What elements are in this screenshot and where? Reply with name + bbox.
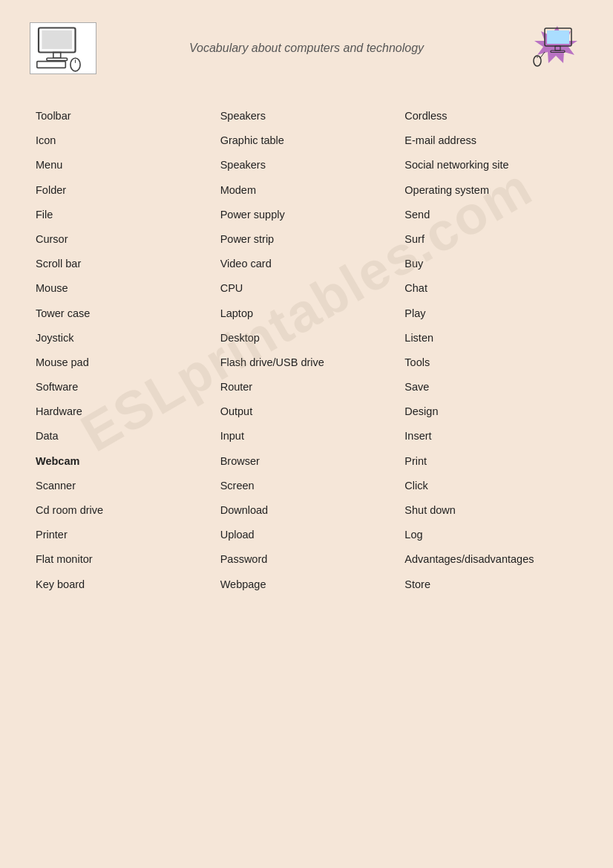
list-item: Insert [399, 424, 583, 448]
list-item: Input [214, 424, 399, 448]
list-item: Router [214, 375, 399, 399]
list-item: Mouse [30, 276, 214, 301]
list-item: Desktop [214, 326, 399, 350]
page-wrapper: ESLprintables.com Vocabulary about compu… [30, 22, 583, 597]
list-item: Folder [30, 178, 214, 203]
list-item: Send [399, 203, 583, 227]
list-item: Store [399, 572, 583, 597]
computer-right-svg [517, 22, 583, 74]
list-item: Tools [399, 350, 583, 375]
list-item: Upload [214, 523, 399, 547]
list-item: Laptop [214, 301, 399, 326]
list-item: CPU [214, 276, 399, 301]
list-item: Save [399, 375, 583, 399]
column-2: SpeakersGraphic tableSpeakersModemPower … [214, 104, 399, 597]
list-item: Screen [214, 474, 399, 498]
list-item: Flash drive/USB drive [214, 350, 399, 375]
list-item: Output [214, 399, 399, 424]
svg-rect-1 [42, 30, 72, 49]
column-1: ToolbarIconMenuFolderFileCursorScroll ba… [30, 104, 214, 597]
list-item: Click [399, 474, 583, 498]
header-title: Vocabulary about computers and technolog… [96, 42, 517, 55]
list-item: Flat monitor [30, 547, 214, 572]
list-item: Download [214, 498, 399, 523]
list-item: Power strip [214, 227, 399, 252]
list-item: Print [399, 449, 583, 474]
list-item: Surf [399, 227, 583, 252]
list-item: Printer [30, 523, 214, 547]
list-item: Chat [399, 276, 583, 301]
list-item: Joystick [30, 326, 214, 350]
vocab-grid: ToolbarIconMenuFolderFileCursorScroll ba… [30, 104, 583, 597]
header: Vocabulary about computers and technolog… [30, 22, 583, 74]
computer-icon-right [517, 22, 583, 74]
title-text: Vocabulary about computers and technolog… [189, 42, 424, 54]
computer-left-svg [30, 24, 96, 73]
list-item: Mouse pad [30, 350, 214, 375]
list-item: Software [30, 375, 214, 399]
list-item: Operating system [399, 178, 583, 203]
list-item: Log [399, 523, 583, 547]
list-item: E-mail address [399, 128, 583, 153]
list-item: Cursor [30, 227, 214, 252]
list-item: Design [399, 399, 583, 424]
list-item: Play [399, 301, 583, 326]
list-item: Social networking site [399, 153, 583, 177]
list-item: Speakers [214, 104, 399, 128]
list-item: Webpage [214, 572, 399, 597]
list-item: Toolbar [30, 104, 214, 128]
svg-rect-4 [37, 62, 66, 68]
computer-icon-left [30, 22, 96, 74]
column-3: CordlessE-mail addressSocial networking … [399, 104, 583, 597]
list-item: Tower case [30, 301, 214, 326]
svg-rect-2 [53, 53, 61, 59]
list-item: Power supply [214, 203, 399, 227]
list-item: File [30, 203, 214, 227]
list-item: Cordless [399, 104, 583, 128]
list-item: Data [30, 424, 214, 448]
list-item: Icon [30, 128, 214, 153]
list-item: Cd room drive [30, 498, 214, 523]
list-item: Listen [399, 326, 583, 350]
list-item: Buy [399, 252, 583, 276]
list-item: Key board [30, 572, 214, 597]
svg-rect-9 [547, 30, 569, 44]
list-item: Graphic table [214, 128, 399, 153]
list-item: Browser [214, 449, 399, 474]
list-item: Menu [30, 153, 214, 177]
list-item: Scroll bar [30, 252, 214, 276]
list-item: Shut down [399, 498, 583, 523]
list-item: Password [214, 547, 399, 572]
list-item: Webcam [30, 449, 214, 474]
svg-rect-3 [47, 58, 68, 60]
list-item: Scanner [30, 474, 214, 498]
list-item: Speakers [214, 153, 399, 177]
list-item: Advantages/disadvantages [399, 547, 583, 572]
list-item: Video card [214, 252, 399, 276]
list-item: Modem [214, 178, 399, 203]
list-item: Hardware [30, 399, 214, 424]
